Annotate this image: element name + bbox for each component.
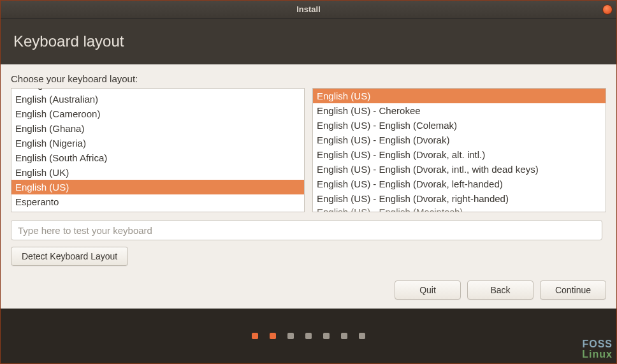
continue-button[interactable]: Continue xyxy=(540,280,606,300)
list-item[interactable]: English (US) - English (Macintosh) xyxy=(313,206,606,212)
list-item[interactable]: English (South Africa) xyxy=(11,150,304,165)
detect-row: Detect Keyboard Layout xyxy=(11,247,606,266)
list-item[interactable]: English (US) xyxy=(313,89,606,103)
content-area: Choose your keyboard layout: DzongkhaEng… xyxy=(1,64,616,310)
header: Keyboard layout xyxy=(1,18,616,64)
back-button[interactable]: Back xyxy=(467,280,534,300)
list-item[interactable]: English (US) xyxy=(11,180,304,194)
progress-dot xyxy=(305,333,312,339)
list-item[interactable]: English (US) - English (Colemak) xyxy=(313,118,606,133)
titlebar: Install xyxy=(1,1,616,18)
progress-dot xyxy=(270,333,276,339)
list-item[interactable]: English (US) - English (Dvorak, right-ha… xyxy=(313,191,606,206)
progress-dot xyxy=(359,333,365,339)
progress-dot xyxy=(341,333,347,339)
list-item[interactable]: English (US) - English (Dvorak, left-han… xyxy=(313,177,606,191)
install-window: Install Keyboard layout Choose your keyb… xyxy=(0,0,617,364)
list-item[interactable]: Esperanto xyxy=(11,194,304,209)
layout-lists: DzongkhaEnglish (Australian)English (Cam… xyxy=(11,88,606,212)
list-item[interactable]: English (US) - English (Dvorak, alt. int… xyxy=(313,147,606,162)
list-item[interactable]: English (Ghana) xyxy=(11,121,304,136)
close-icon[interactable] xyxy=(602,4,613,15)
list-item[interactable]: English (US) - English (Dvorak) xyxy=(313,133,606,147)
watermark-line2: Linux xyxy=(582,349,613,360)
keyboard-test-input[interactable] xyxy=(11,220,602,240)
nav-row: Quit Back Continue xyxy=(395,280,606,300)
page-title: Keyboard layout xyxy=(13,33,124,50)
watermark: FOSS Linux xyxy=(582,339,613,360)
progress-dot xyxy=(323,333,330,339)
list-item[interactable]: English (UK) xyxy=(11,165,304,180)
variant-list[interactable]: English (US)English (US) - CherokeeEngli… xyxy=(312,88,606,212)
progress-dot xyxy=(252,333,258,339)
list-item[interactable]: English (US) - English (Dvorak, intl., w… xyxy=(313,162,606,177)
quit-button[interactable]: Quit xyxy=(395,280,461,300)
progress-dots xyxy=(1,309,616,363)
list-item[interactable]: English (Nigeria) xyxy=(11,136,304,150)
list-item[interactable]: English (US) - Cherokee xyxy=(313,103,606,118)
language-list[interactable]: DzongkhaEnglish (Australian)English (Cam… xyxy=(11,88,305,212)
watermark-line1: FOSS xyxy=(582,339,613,349)
detect-layout-button[interactable]: Detect Keyboard Layout xyxy=(11,247,128,266)
list-item[interactable]: English (Cameroon) xyxy=(11,106,304,121)
progress-dot xyxy=(287,333,294,339)
list-item[interactable]: English (Australian) xyxy=(11,92,304,106)
window-title: Install xyxy=(296,4,321,14)
prompt-label: Choose your keyboard layout: xyxy=(11,73,606,84)
